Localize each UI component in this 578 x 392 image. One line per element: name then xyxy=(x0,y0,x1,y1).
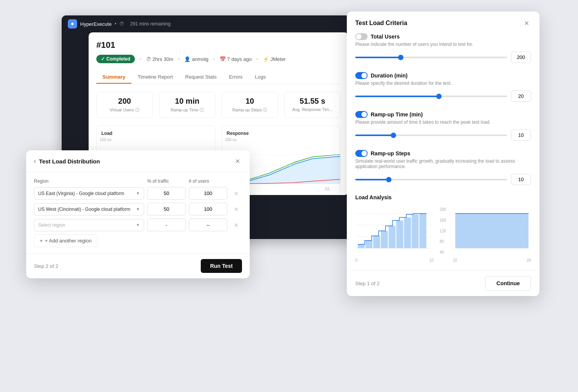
distribution-table-header: Region % of traffic # of users xyxy=(34,178,242,184)
region-select-0[interactable]: US East (Virginia) - Google cloud platfo… xyxy=(34,187,144,200)
tab-request-stats[interactable]: Request Stats xyxy=(179,71,223,84)
total-users-toggle[interactable] xyxy=(355,33,368,40)
la-chart-1-svg xyxy=(355,206,434,256)
duration-toggle[interactable] xyxy=(355,72,368,79)
duration-header: Duration (min) xyxy=(355,72,531,79)
criteria-header: Test Load Criteria ✕ xyxy=(347,12,539,33)
rampup-steps-slider-thumb[interactable] xyxy=(386,177,391,182)
distribution-modal-footer: Step 2 of 2 Run Test xyxy=(26,253,250,278)
rampup-time-section: Ramp-up Time (min) Please provide amount… xyxy=(355,111,531,141)
separator: • xyxy=(115,21,116,27)
remove-row-0[interactable]: ✕ xyxy=(230,190,242,197)
load-analysis-title: Load Analysis xyxy=(355,194,531,200)
stat-label-2: Ramp-up Steps ⓘ xyxy=(228,107,272,113)
remove-row-2[interactable]: ✕ xyxy=(230,222,242,228)
stat-value-3: 51.55 s xyxy=(291,97,334,106)
svg-rect-18 xyxy=(404,217,411,248)
time-icon: ⏱ xyxy=(119,21,124,27)
rampup-steps-toggle[interactable] xyxy=(355,150,368,157)
rampup-steps-slider-track[interactable] xyxy=(355,179,507,180)
criteria-modal: Test Load Criteria ✕ Total Users Please … xyxy=(347,12,539,296)
svg-rect-19 xyxy=(412,214,419,248)
stat-value-0: 200 xyxy=(103,97,146,106)
rampup-steps-value: 10 xyxy=(511,174,531,185)
stat-label-0: Virtual Users ⓘ xyxy=(103,107,146,113)
back-button[interactable]: ‹ xyxy=(34,158,36,165)
la-chart-2-svg xyxy=(453,206,531,256)
col-region: Region xyxy=(34,178,144,184)
rampup-steps-desc: Simulate real-world user traffic growth,… xyxy=(355,158,531,169)
traffic-input-0[interactable] xyxy=(147,187,186,200)
duration-item: ⏱ 2hrs 30m xyxy=(146,56,173,62)
chevron-icon-1: ▼ xyxy=(136,207,140,211)
svg-rect-14 xyxy=(373,236,380,248)
svg-marker-4 xyxy=(240,156,341,184)
duration-slider-thumb[interactable] xyxy=(436,94,442,99)
checkmark-icon: ✓ xyxy=(101,56,105,62)
la-chart-2-x-labels: 10 20 xyxy=(453,258,531,262)
la-chart-1-x-labels: 0 10 xyxy=(355,258,434,262)
load-analysis-section: Load Analysis xyxy=(355,194,531,262)
total-users-slider-fill xyxy=(355,57,401,58)
distribution-modal-close[interactable]: ✕ xyxy=(233,156,242,166)
stat-virtual-users: 200 Virtual Users ⓘ xyxy=(96,92,153,118)
total-users-value: 200 xyxy=(511,52,531,63)
duration-slider-row: 20 xyxy=(355,91,531,102)
col-users: # of users xyxy=(189,178,227,184)
time-ago-value: 7 days ago xyxy=(227,56,252,62)
job-id: #101 xyxy=(96,40,341,50)
region-value-0: US East (Virginia) - Google cloud platfo… xyxy=(38,191,124,196)
rampup-time-toggle[interactable] xyxy=(355,111,368,118)
tool-value: JMeter xyxy=(271,56,286,62)
total-users-slider-thumb[interactable] xyxy=(398,55,403,60)
stat-avg-response: 51.55 s Avg. Response Tim... xyxy=(284,92,341,118)
time-ago-item: 📅 7 days ago xyxy=(220,56,252,62)
total-users-section: Total Users Please indicate the number o… xyxy=(355,33,531,63)
tab-summary[interactable]: Summary xyxy=(96,71,131,84)
traffic-input-1[interactable] xyxy=(147,203,186,215)
users-input-0[interactable] xyxy=(189,187,227,200)
region-value-1: US West (Cincinnati) - Google cloud plat… xyxy=(38,207,130,212)
response-chart-svg xyxy=(240,139,341,185)
plus-icon: + xyxy=(40,238,43,244)
region-select-2[interactable]: Select region ▼ xyxy=(34,219,144,231)
user-item: 👤 anmolg xyxy=(184,56,208,62)
criteria-modal-close[interactable]: ✕ xyxy=(522,19,531,28)
run-test-button[interactable]: Run Test xyxy=(201,259,242,273)
tab-logs[interactable]: Logs xyxy=(249,71,272,84)
stat-rampup-time: 10 min Ramp-up Time ⓘ xyxy=(159,92,216,118)
rampup-time-desc: Please provide amount of time it takes t… xyxy=(355,119,531,125)
stat-rampup-steps: 10 Ramp-up Steps ⓘ xyxy=(222,92,278,118)
distribution-modal: ‹ Test Load Distribution ✕ Region % of t… xyxy=(26,150,250,278)
rampup-steps-label: Ramp-up Steps xyxy=(371,150,410,156)
rampup-time-slider-fill xyxy=(355,135,393,136)
rampup-time-slider-track[interactable] xyxy=(355,135,507,136)
remove-row-1[interactable]: ✕ xyxy=(230,206,242,212)
duration-value: 20 xyxy=(511,91,531,102)
continue-button[interactable]: Continue xyxy=(485,276,531,291)
users-input-1[interactable] xyxy=(189,203,227,215)
total-users-slider-track[interactable] xyxy=(355,57,507,58)
traffic-input-2[interactable] xyxy=(147,219,186,231)
duration-label: Duration (min) xyxy=(371,72,408,79)
step-1-label: Step 1 of 2 xyxy=(355,281,380,286)
rampup-time-slider-thumb[interactable] xyxy=(391,133,396,138)
tab-errors[interactable]: Errors xyxy=(223,71,249,84)
response-chart-title: Response xyxy=(227,131,336,136)
brand-name: HyperExecute xyxy=(80,21,112,27)
users-input-2[interactable] xyxy=(189,219,227,231)
region-select-1[interactable]: US West (Cincinnati) - Google cloud plat… xyxy=(34,203,144,215)
time-remaining: 291 mins remaining xyxy=(130,21,171,27)
tabs-row: Summary Timeline Report Request Stats Er… xyxy=(96,71,341,84)
stat-label-1: Ramp-up Time ⓘ xyxy=(166,107,209,113)
col-traffic: % of traffic xyxy=(147,178,186,184)
add-region-button[interactable]: + + Add another region xyxy=(34,234,97,247)
duration-slider-track[interactable] xyxy=(355,96,507,97)
rampup-time-slider-row: 10 xyxy=(355,130,531,141)
svg-rect-25 xyxy=(455,214,529,248)
tab-timeline[interactable]: Timeline Report xyxy=(131,71,179,84)
total-users-label: Total Users xyxy=(371,34,400,40)
criteria-title: Test Load Criteria xyxy=(355,20,407,27)
table-row: US West (Cincinnati) - Google cloud plat… xyxy=(34,203,242,215)
svg-rect-15 xyxy=(381,231,388,248)
